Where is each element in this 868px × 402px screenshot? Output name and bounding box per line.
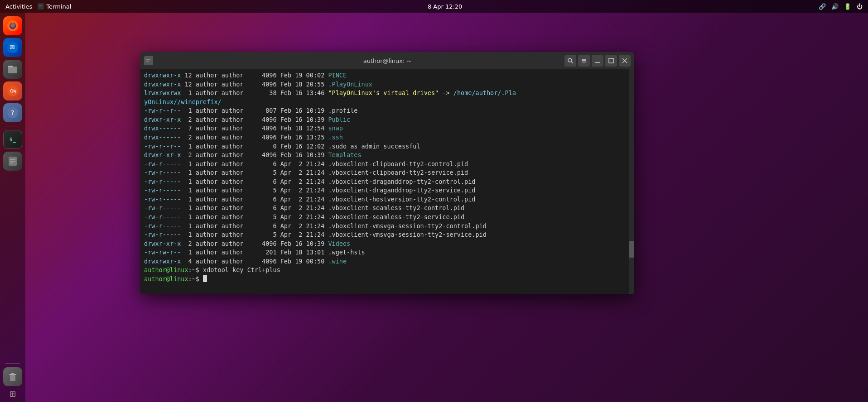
terminal-line-12: -rw-r----- 1 author author 6 Apr 2 21:24… <box>144 177 631 187</box>
svg-rect-7 <box>8 66 13 67</box>
svg-rect-17 <box>9 374 16 375</box>
terminal-line-13: -rw-r----- 1 author author 5 Apr 2 21:24… <box>144 186 631 195</box>
terminal-title: author@linux: ~ <box>363 57 412 64</box>
terminal-cursor <box>203 275 207 282</box>
dock-apps-grid-icon[interactable]: ⊞ <box>9 389 16 398</box>
terminal-line-20: -rw-rw-r-- 1 author author 201 Feb 18 13… <box>144 248 631 257</box>
terminal-line-16: -rw-r----- 1 author author 5 Apr 2 21:24… <box>144 213 631 222</box>
terminal-window: author@linux: ~ drwxrwxr-x 12 author aut… <box>140 52 634 294</box>
volume-icon: 🔊 <box>831 3 839 10</box>
svg-line-22 <box>571 62 573 63</box>
titlebar-controls <box>564 55 631 67</box>
terminal-app-label: Terminal <box>46 3 71 10</box>
minimize-button[interactable] <box>592 55 603 67</box>
svg-rect-16 <box>10 375 15 381</box>
terminal-line-18: -rw-r----- 1 author author 5 Apr 2 21:24… <box>144 230 631 239</box>
dock-item-text-editor[interactable] <box>3 152 22 171</box>
terminal-line-11: -rw-r----- 1 author author 5 Apr 2 21:24… <box>144 168 631 177</box>
terminal-scrollbar-thumb[interactable] <box>629 241 634 258</box>
svg-text:?: ? <box>11 109 14 116</box>
svg-rect-27 <box>609 58 613 63</box>
terminal-line-4: -rw-r--r-- 1 author author 807 Feb 16 10… <box>144 106 631 115</box>
terminal-line-7: drwx------ 2 author author 4096 Feb 16 1… <box>144 133 631 142</box>
terminal-scrollbar[interactable] <box>629 69 634 294</box>
power-icon: ⏻ <box>857 3 863 10</box>
terminal-line-19: drwxr-xr-x 2 author author 4096 Feb 16 1… <box>144 239 631 249</box>
dock-separator-2 <box>5 363 20 364</box>
terminal-dot-icon <box>38 3 44 10</box>
dock-item-firefox[interactable] <box>3 16 22 35</box>
titlebar-left <box>144 56 153 65</box>
dock-item-thunderbird[interactable]: ✉ <box>3 38 22 57</box>
svg-rect-0 <box>39 5 42 5</box>
terminal-line-15: -rw-r----- 1 author author 6 Apr 2 21:24… <box>144 204 631 213</box>
svg-rect-6 <box>8 67 17 73</box>
terminal-line-8: -rw-r--r-- 1 author author 0 Feb 16 12:0… <box>144 142 631 151</box>
dock-item-help[interactable]: ? <box>3 103 22 122</box>
terminal-line-14: -rw-r----- 1 author author 6 Apr 2 21:24… <box>144 195 631 204</box>
terminal-line-9: drwxr-xr-x 2 author author 4096 Feb 16 1… <box>144 151 631 160</box>
maximize-button[interactable] <box>605 55 617 67</box>
terminal-titlebar: author@linux: ~ <box>140 52 634 69</box>
svg-point-21 <box>568 58 572 62</box>
dock-separator <box>5 126 20 126</box>
terminal-line-10: -rw-r----- 1 author author 6 Apr 2 21:24… <box>144 160 631 169</box>
svg-rect-20 <box>146 61 149 62</box>
terminal-line-3: lrwxrwxrwx 1 author author 38 Feb 16 13:… <box>144 89 631 98</box>
terminal-app-indicator: Terminal <box>38 3 71 10</box>
menu-button[interactable] <box>578 55 590 67</box>
svg-text:🛍: 🛍 <box>10 87 16 95</box>
close-button[interactable] <box>619 55 631 67</box>
terminal-line-21: drwxrwxr-x 4 author author 4096 Feb 19 0… <box>144 257 631 266</box>
svg-text:✉: ✉ <box>10 43 15 51</box>
svg-rect-18 <box>11 373 14 374</box>
dock-bottom: ⊞ <box>3 362 22 398</box>
terminal-command-line: author@linux:~$ xdotool key Ctrl+plus <box>144 266 631 275</box>
terminal-line-1: drwxrwxr-x 12 author author 4096 Feb 19 … <box>144 71 631 80</box>
dock-item-ubuntu-software[interactable]: 🛍 <box>3 81 22 100</box>
top-bar-system-icons: 🔗 🔊 🔋 ⏻ <box>819 3 863 10</box>
terminal-line-17: -rw-r----- 1 author author 6 Apr 2 21:24… <box>144 222 631 231</box>
dock-item-terminal[interactable]: $_ <box>3 130 22 149</box>
terminal-line-6: drwx------ 7 author author 4096 Feb 18 1… <box>144 124 631 133</box>
terminal-line-2: drwxrwxr-x 12 author author 4096 Feb 18 … <box>144 80 631 89</box>
top-bar-clock: 8 Apr 12:20 <box>428 3 463 10</box>
top-bar-left: Activities Terminal <box>5 3 71 10</box>
terminal-prompt-line: author@linux:~$ <box>144 275 631 284</box>
top-bar: Activities Terminal 8 Apr 12:20 🔗 🔊 🔋 ⏻ <box>0 0 868 13</box>
terminal-line-3b: yOnLinux//wineprefix/ <box>144 98 631 107</box>
svg-rect-19 <box>146 59 150 60</box>
activities-button[interactable]: Activities <box>5 3 32 10</box>
terminal-output[interactable]: drwxrwxr-x 12 author author 4096 Feb 19 … <box>140 69 634 294</box>
terminal-line-5: drwxr-xr-x 2 author author 4096 Feb 16 1… <box>144 115 631 124</box>
battery-icon: 🔋 <box>844 3 851 10</box>
titlebar-icon <box>144 56 153 65</box>
dock-item-files[interactable] <box>3 60 22 79</box>
left-dock: ✉ 🛍 ? $_ <box>0 13 25 402</box>
network-icon: 🔗 <box>819 3 826 10</box>
svg-rect-1 <box>39 6 41 6</box>
dock-item-trash[interactable] <box>3 367 22 386</box>
search-button[interactable] <box>564 55 576 67</box>
